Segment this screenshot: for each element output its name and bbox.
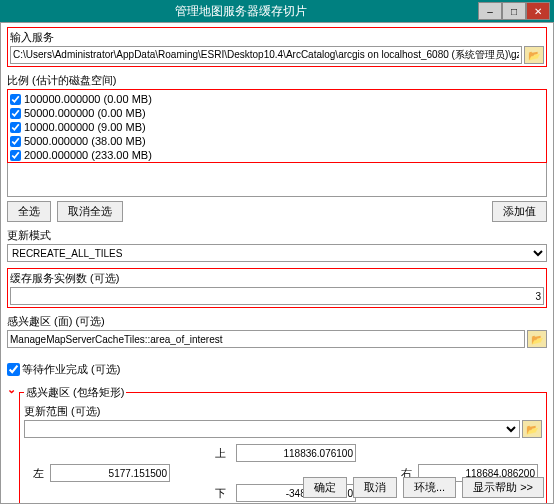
update-mode-select[interactable]: RECREATE_ALL_TILES [7,244,547,262]
instances-field[interactable] [10,287,544,305]
env-button[interactable]: 环境... [403,477,456,498]
browse-extent-icon[interactable]: 📂 [522,420,542,438]
scales-list[interactable]: 100000.000000 (0.00 MB) 50000.000000 (0.… [8,90,546,162]
wait-section: 等待作业完成 (可选) [7,362,547,377]
scale-item[interactable]: 10000.000000 (9.00 MB) [10,120,544,134]
scale-item[interactable]: 2000.000000 (233.00 MB) [10,148,544,162]
scale-checkbox[interactable] [10,108,21,119]
scale-item[interactable]: 5000.000000 (38.00 MB) [10,134,544,148]
scales-list-extra [7,163,547,197]
collapse-caret-icon[interactable]: ⌄ [7,383,17,396]
add-value-button[interactable]: 添加值 [492,201,547,222]
extent-top-field[interactable] [236,444,356,462]
title-bar: 管理地图服务器缓存切片 – □ ✕ [0,0,554,22]
wait-checkbox[interactable] [7,363,20,376]
wait-label: 等待作业完成 (可选) [22,362,120,377]
update-mode-section: 更新模式 RECREATE_ALL_TILES [7,228,547,262]
input-service-field[interactable] [10,46,522,64]
extent-select[interactable] [24,420,520,438]
help-button[interactable]: 显示帮助 >> [462,477,544,498]
aoi-field[interactable] [7,330,525,348]
scale-item[interactable]: 100000.000000 (0.00 MB) [10,92,544,106]
scale-checkbox[interactable] [10,94,21,105]
scale-checkbox[interactable] [10,122,21,133]
deselect-all-button[interactable]: 取消全选 [57,201,123,222]
extent-top-label: 上 [210,446,230,461]
scales-label: 比例 (估计的磁盘空间) [7,73,547,88]
scale-checkbox[interactable] [10,150,21,161]
dialog-footer: 确定 取消 环境... 显示帮助 >> [303,477,544,498]
extent-left-field[interactable] [50,464,170,482]
instances-label: 缓存服务实例数 (可选) [10,271,544,286]
minimize-button[interactable]: – [478,2,502,20]
window-buttons: – □ ✕ [478,2,550,20]
extent-bottom-label: 下 [210,486,230,501]
browse-service-icon[interactable]: 📂 [524,46,544,64]
cancel-button[interactable]: 取消 [353,477,397,498]
select-all-button[interactable]: 全选 [7,201,51,222]
input-service-section: 输入服务 📂 [7,27,547,67]
update-mode-label: 更新模式 [7,228,547,243]
aoi-extent-legend: 感兴趣区 (包络矩形) [24,385,126,400]
wait-checkbox-row[interactable]: 等待作业完成 (可选) [7,362,547,377]
browse-aoi-icon[interactable]: 📂 [527,330,547,348]
close-button[interactable]: ✕ [526,2,550,20]
maximize-button[interactable]: □ [502,2,526,20]
scale-item[interactable]: 50000.000000 (0.00 MB) [10,106,544,120]
instances-section: 缓存服务实例数 (可选) [7,268,547,308]
aoi-section: 感兴趣区 (面) (可选) 📂 [7,314,547,348]
aoi-label: 感兴趣区 (面) (可选) [7,314,547,329]
dialog-content: 输入服务 📂 比例 (估计的磁盘空间) 100000.000000 (0.00 … [0,22,554,504]
scale-checkbox[interactable] [10,136,21,147]
input-service-label: 输入服务 [10,30,544,45]
extent-left-label: 左 [28,466,48,481]
ok-button[interactable]: 确定 [303,477,347,498]
extent-label: 更新范围 (可选) [24,404,542,419]
window-title: 管理地图服务器缓存切片 [4,3,478,20]
scales-section: 比例 (估计的磁盘空间) 100000.000000 (0.00 MB) 500… [7,73,547,222]
